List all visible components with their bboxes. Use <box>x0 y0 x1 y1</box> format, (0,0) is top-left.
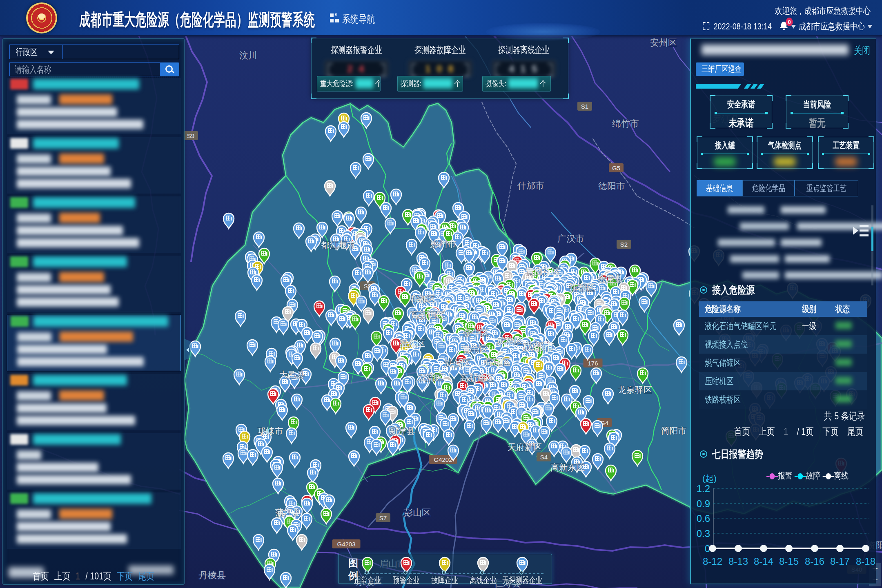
svg-text:德阳市: 德阳市 <box>598 181 625 191</box>
svg-text:武侯区: 武侯区 <box>445 359 470 368</box>
svg-text:8-13: 8-13 <box>728 556 748 567</box>
svg-text:大邑县: 大邑县 <box>279 370 305 379</box>
svg-text:S9: S9 <box>187 132 194 139</box>
svg-text:1.2: 1.2 <box>697 483 710 494</box>
svg-text:简阳市: 简阳市 <box>661 426 687 435</box>
svg-text:彭州市: 彭州市 <box>430 239 456 249</box>
svg-text:彭山区: 彭山区 <box>404 508 431 518</box>
svg-text:什邡市: 什邡市 <box>517 180 544 191</box>
svg-text:S4: S4 <box>540 454 548 461</box>
svg-text:邛崃市: 邛崃市 <box>258 426 283 436</box>
svg-text:G5: G5 <box>612 165 620 172</box>
svg-text:0.6: 0.6 <box>697 513 710 524</box>
svg-text:8-16: 8-16 <box>805 556 824 567</box>
svg-text:8-18: 8-18 <box>856 556 875 567</box>
svg-text:0.3: 0.3 <box>697 528 710 539</box>
svg-text:温江区: 温江区 <box>400 339 425 348</box>
svg-text:176: 176 <box>588 360 598 367</box>
svg-text:蒲江县: 蒲江县 <box>275 508 301 517</box>
svg-text:高新南区: 高新南区 <box>460 373 494 383</box>
svg-text:双流区: 双流区 <box>418 373 444 382</box>
svg-text:8-12: 8-12 <box>703 556 722 567</box>
svg-text:8-17: 8-17 <box>830 556 850 567</box>
svg-text:成都市: 成都市 <box>522 341 554 353</box>
svg-text:天府新区: 天府新区 <box>508 442 542 452</box>
svg-text:锦江区: 锦江区 <box>484 357 510 366</box>
svg-text:高新西区: 高新西区 <box>411 310 445 320</box>
svg-text:金堂县: 金堂县 <box>598 274 624 283</box>
svg-text:G4203: G4203 <box>337 541 355 548</box>
svg-text:8-14: 8-14 <box>754 556 773 567</box>
svg-text:龙泉驿区: 龙泉驿区 <box>618 385 652 394</box>
svg-text:青白江区: 青白江区 <box>526 267 560 276</box>
svg-text:都江堰市: 都江堰市 <box>321 240 355 249</box>
svg-text:8-15: 8-15 <box>779 556 799 567</box>
svg-text:汶川: 汶川 <box>239 50 257 60</box>
svg-text:高新东区: 高新东区 <box>550 463 585 472</box>
svg-text:青羊区: 青羊区 <box>462 345 488 354</box>
svg-text:丹棱县: 丹棱县 <box>199 570 226 580</box>
svg-text:S1: S1 <box>581 103 588 110</box>
svg-text:S7: S7 <box>379 514 387 521</box>
svg-text:G4202: G4202 <box>434 456 452 463</box>
svg-text:金牛区: 金牛区 <box>463 328 489 337</box>
svg-text:成华区: 成华区 <box>497 336 523 345</box>
svg-text:广汉市: 广汉市 <box>557 234 584 244</box>
svg-text:(起): (起) <box>702 474 717 483</box>
svg-text:0.9: 0.9 <box>697 498 710 509</box>
svg-text:安州区: 安州区 <box>650 38 677 48</box>
svg-text:新都区: 新都区 <box>569 283 595 292</box>
svg-text:郫都区: 郫都区 <box>410 294 436 304</box>
svg-text:绵竹市: 绵竹市 <box>612 118 639 129</box>
svg-text:S2: S2 <box>620 241 628 248</box>
svg-text:新津县: 新津县 <box>390 426 415 436</box>
